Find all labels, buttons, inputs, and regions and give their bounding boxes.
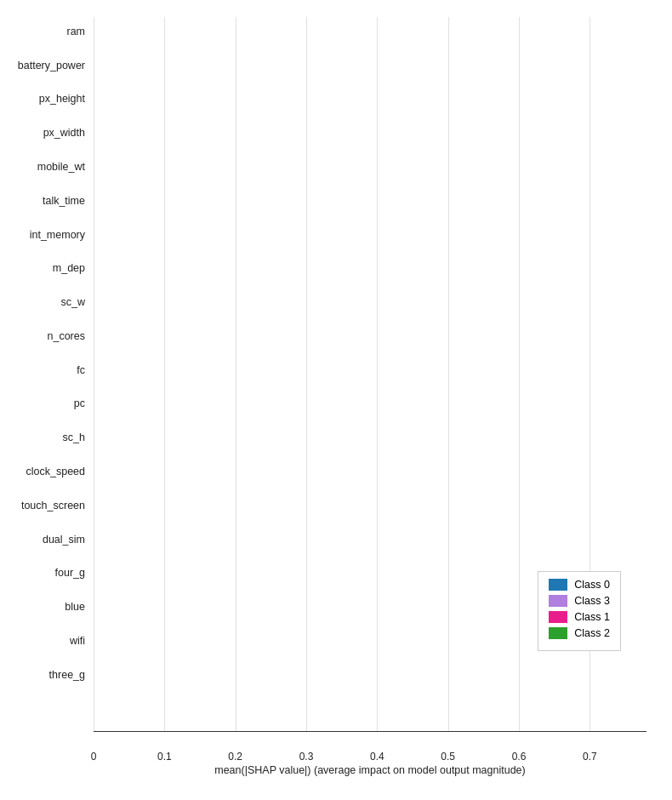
chart-container: rambattery_powerpx_heightpx_widthmobile_…	[0, 0, 672, 800]
y-label: px_width	[43, 127, 85, 139]
legend-label: Class 1	[574, 611, 610, 623]
legend-color-box	[549, 579, 567, 591]
grid-line	[519, 17, 520, 732]
y-label: dual_sim	[43, 534, 85, 546]
legend-color-box	[549, 595, 567, 607]
x-tick-label: 0.3	[299, 751, 314, 763]
x-tick-label: 0.4	[370, 751, 384, 763]
legend-label: Class 3	[574, 595, 610, 607]
y-label: talk_time	[43, 195, 85, 207]
y-label: three_g	[49, 669, 85, 681]
y-label: n_cores	[48, 330, 85, 342]
y-label: sc_w	[61, 296, 85, 308]
grid-line	[448, 17, 449, 732]
x-tick-label: 0.2	[228, 751, 242, 763]
x-tick-label: 0	[91, 751, 97, 763]
grid-line	[164, 17, 165, 732]
legend: Class 0Class 3Class 1Class 2	[538, 571, 621, 651]
y-label: int_memory	[30, 229, 85, 241]
y-label: wifi	[70, 635, 85, 647]
y-label: ram	[66, 26, 85, 37]
y-label: clock_speed	[26, 466, 86, 477]
y-label: four_g	[55, 567, 85, 579]
y-label: px_height	[39, 93, 85, 105]
x-axis-title: mean(|SHAP value|) (average impact on mo…	[94, 764, 646, 776]
grid-line	[377, 17, 378, 732]
x-tick-label: 0.1	[157, 751, 172, 763]
y-label: m_dep	[53, 262, 85, 274]
x-axis-line	[94, 731, 646, 732]
grid-line	[236, 17, 236, 732]
legend-item: Class 3	[549, 595, 610, 607]
y-label: sc_h	[63, 431, 85, 443]
y-label: mobile_wt	[37, 161, 85, 173]
legend-item: Class 0	[549, 579, 610, 591]
legend-item: Class 1	[549, 611, 610, 623]
legend-color-box	[549, 611, 567, 623]
legend-label: Class 2	[574, 627, 610, 639]
legend-item: Class 2	[549, 627, 610, 639]
y-label: pc	[74, 397, 85, 409]
y-label: fc	[77, 364, 85, 376]
legend-label: Class 0	[574, 579, 610, 591]
y-label: blue	[65, 601, 85, 613]
x-tick-label: 0.6	[512, 751, 527, 763]
grid-line	[306, 17, 307, 732]
grid-line	[94, 17, 94, 732]
chart-area: rambattery_powerpx_heightpx_widthmobile_…	[94, 17, 646, 732]
x-tick-label: 0.5	[441, 751, 455, 763]
legend-color-box	[549, 627, 567, 639]
y-label: touch_screen	[21, 500, 85, 511]
y-axis-labels: rambattery_powerpx_heightpx_widthmobile_…	[4, 17, 89, 732]
y-label: battery_power	[18, 60, 85, 71]
x-tick-label: 0.7	[583, 751, 597, 763]
